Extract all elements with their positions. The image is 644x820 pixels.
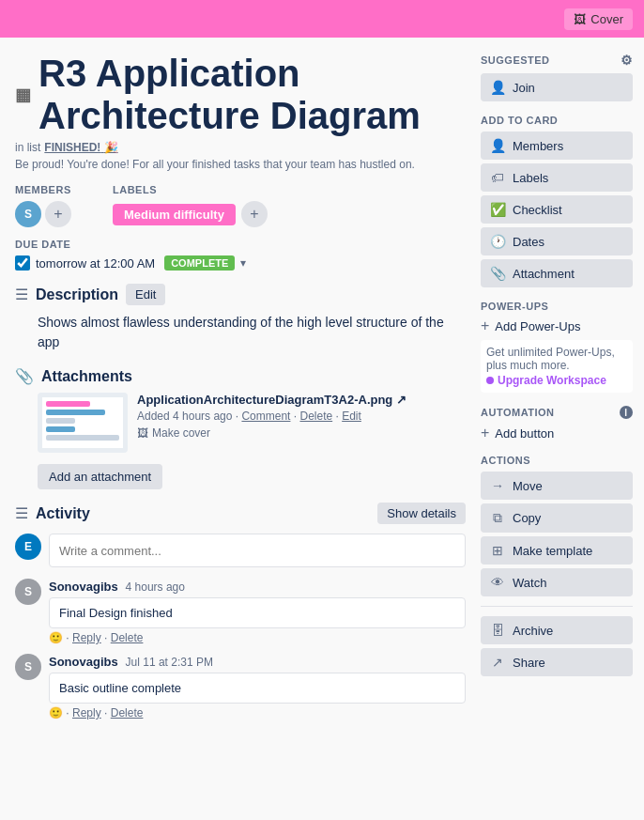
make-template-button[interactable]: ⊞ Make template [481, 536, 633, 565]
dates-icon: 🕐 [490, 234, 505, 249]
list-name: FINISHED! [44, 141, 100, 154]
watch-icon: 👁 [490, 575, 505, 590]
add-attachment-button[interactable]: Add an attachment [38, 464, 162, 489]
card-title-icon: ▦ [15, 85, 31, 105]
add-label-button[interactable]: + [241, 201, 268, 227]
upgrade-link[interactable]: Upgrade Workspace [486, 374, 606, 387]
activity-header: ☰ Activity Show details [15, 503, 466, 524]
actions-divider [481, 606, 633, 607]
move-label: Move [513, 479, 543, 493]
member-avatar[interactable]: S [15, 201, 41, 227]
comment-2-delete[interactable]: Delete [111, 706, 144, 719]
due-date-section: DUE DATE tomorrow at 12:00 AM COMPLETE ▾ [15, 239, 466, 271]
attachment-thumbnail[interactable] [38, 393, 128, 453]
add-member-button[interactable]: + [45, 201, 71, 227]
thumb-line-3 [46, 418, 75, 424]
cover-label: Cover [590, 12, 623, 26]
add-power-ups-row[interactable]: + Add Power-Ups [481, 317, 633, 334]
attachment-name: ApplicationArchitectureDiagramT3A2-A.png [137, 393, 392, 407]
comment-2-reaction[interactable]: 🙂 [49, 706, 63, 719]
attachments-section: 📎 Attachments [15, 367, 466, 489]
members-label: MEMBERS [15, 184, 90, 195]
attachment-name-row: ApplicationArchitectureDiagramT3A2-A.png… [137, 393, 466, 407]
checklist-button[interactable]: ✅ Checklist [481, 195, 633, 224]
archive-label: Archive [513, 624, 553, 638]
labels-label: LABELS [113, 184, 268, 195]
cover-button[interactable]: 🖼 Cover [564, 8, 633, 30]
comment-1-body: Sonovagibs 4 hours ago Final Design fini… [49, 579, 466, 644]
card-title-row: ▦ R3 Application Architecture Diagram [15, 53, 466, 137]
add-power-ups-plus: + [481, 317, 489, 334]
actions-title: ACTIONS [481, 455, 633, 466]
due-date-label: DUE DATE [15, 239, 466, 250]
list-description: Be proud! You're done! For all your fini… [15, 158, 415, 171]
make-cover-label: Make cover [152, 426, 210, 440]
automation-title: AUTOMATION [481, 407, 555, 418]
comment-input[interactable] [49, 534, 466, 567]
join-button[interactable]: 👤 Join [481, 73, 633, 101]
members-add-button[interactable]: 👤 Members [481, 132, 633, 160]
dates-button[interactable]: 🕐 Dates [481, 227, 633, 255]
make-template-icon: ⊞ [490, 543, 505, 558]
members-add-icon: 👤 [490, 138, 505, 153]
make-cover-button[interactable]: 🖼 Make cover [137, 426, 210, 440]
attachment-add-button[interactable]: 📎 Attachment [481, 259, 633, 287]
description-edit-button[interactable]: Edit [126, 284, 165, 305]
attachment-comment-link[interactable]: Comment [241, 410, 290, 423]
pink-header: 🖼 Cover [0, 0, 644, 38]
attachment-added: Added 4 hours ago [137, 410, 232, 423]
comment-2-reply[interactable]: Reply [72, 706, 101, 719]
show-details-button[interactable]: Show details [377, 503, 466, 524]
list-link: in list FINISHED! 🎉 Be proud! You're don… [15, 141, 466, 171]
attachment-delete-link[interactable]: Delete [299, 410, 332, 423]
comment-1-reaction[interactable]: 🙂 [49, 631, 63, 644]
make-cover-icon: 🖼 [137, 426, 148, 440]
actions-section: ACTIONS → Move ⧉ Copy ⊞ Make template 👁 … [481, 455, 633, 676]
add-button-plus: + [481, 425, 489, 441]
attachment-external-icon[interactable]: ↗ [396, 393, 406, 407]
automation-section: AUTOMATION i + Add button [481, 406, 633, 441]
upgrade-box: Get unlimited Power-Ups, plus much more.… [481, 340, 633, 393]
left-panel: ▦ R3 Application Architecture Diagram in… [15, 53, 481, 729]
actions-label: ACTIONS [481, 455, 530, 466]
attachment-info: ApplicationArchitectureDiagramT3A2-A.png… [137, 393, 466, 453]
attachments-header: 📎 Attachments [15, 367, 466, 385]
description-header: ☰ Description Edit [15, 284, 466, 305]
card-title: R3 Application Architecture Diagram [38, 53, 466, 137]
thumb-line-1 [46, 401, 90, 407]
suggested-gear-icon[interactable]: ⚙ [621, 53, 634, 68]
comment-1-author: Sonovagibs [49, 580, 118, 594]
upgrade-dot-icon [486, 377, 494, 384]
thumb-line-4 [46, 426, 75, 432]
move-button[interactable]: → Move [481, 472, 633, 500]
add-to-card-label: ADD TO CARD [481, 115, 558, 126]
comment-1-bubble: Final Design finished [49, 597, 466, 628]
add-button-row[interactable]: + Add button [481, 425, 633, 441]
move-icon: → [490, 478, 505, 493]
list-name-link[interactable]: FINISHED! 🎉 [44, 141, 117, 154]
watch-button[interactable]: 👁 Watch [481, 568, 633, 596]
upgrade-text: Get unlimited Power-Ups, plus much more. [486, 346, 615, 372]
power-ups-title-row: POWER-UPS [481, 301, 633, 312]
checklist-label: Checklist [513, 203, 562, 217]
add-to-card-section: ADD TO CARD 👤 Members 🏷 Labels ✅ Checkli… [481, 115, 633, 287]
attachment-edit-link[interactable]: Edit [342, 410, 361, 423]
list-prefix: in list [15, 141, 40, 154]
share-button[interactable]: ↗ Share [481, 648, 633, 676]
archive-button[interactable]: 🗄 Archive [481, 616, 633, 644]
share-icon: ↗ [490, 655, 505, 670]
comment-1-delete[interactable]: Delete [111, 631, 144, 644]
add-button-label: Add button [495, 426, 554, 441]
automation-info-icon[interactable]: i [620, 406, 633, 419]
due-date-chevron[interactable]: ▾ [240, 256, 246, 270]
main-content: ▦ R3 Application Architecture Diagram in… [0, 38, 644, 740]
thumb-line-2 [46, 410, 105, 415]
comment-1-reply[interactable]: Reply [72, 631, 101, 644]
comment-2-body: Sonovagibs Jul 11 at 2:31 PM Basic outli… [49, 654, 466, 719]
comment-1-header: Sonovagibs 4 hours ago [49, 579, 466, 594]
label-badge[interactable]: Medium difficulty [113, 204, 236, 225]
copy-button[interactable]: ⧉ Copy [481, 503, 633, 533]
labels-add-button[interactable]: 🏷 Labels [481, 163, 633, 192]
due-date-checkbox[interactable] [15, 255, 30, 271]
member-avatars: S + [15, 201, 90, 227]
